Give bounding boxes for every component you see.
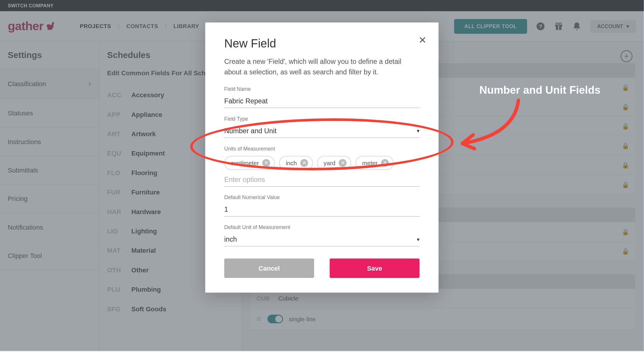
chevron-down-icon: ▾ — [417, 236, 419, 242]
modal-buttons: Cancel Save — [224, 259, 419, 278]
modal-description: Create a new 'Field', which will allow y… — [224, 57, 419, 77]
default-unit-select[interactable]: inch ▾ — [224, 233, 419, 247]
units-chips: centimeter✕ inch✕ yard✕ meter✕ — [224, 156, 419, 170]
field-name-input[interactable] — [224, 95, 419, 108]
remove-chip-icon[interactable]: ✕ — [262, 159, 270, 167]
unit-chip: inch✕ — [279, 156, 313, 170]
field-type-select[interactable]: Number and Unit ▾ — [224, 124, 419, 138]
unit-chip: meter✕ — [356, 156, 394, 170]
field-type-label: Field Type — [224, 116, 419, 122]
remove-chip-icon[interactable]: ✕ — [300, 159, 308, 167]
field-name-label: Field Name — [224, 86, 419, 92]
unit-chip: yard✕ — [317, 156, 351, 170]
modal-title: New Field — [224, 37, 419, 51]
close-icon[interactable]: ✕ — [419, 35, 427, 46]
default-num-input[interactable] — [224, 203, 419, 217]
save-button[interactable]: Save — [330, 259, 419, 278]
default-unit-label: Default Unit of Measurement — [224, 224, 419, 230]
units-input[interactable] — [224, 173, 419, 187]
annotation-label: Number and Unit Fields — [479, 84, 600, 96]
cancel-button[interactable]: Cancel — [224, 259, 314, 278]
units-label: Units of Measurement — [224, 146, 419, 152]
modal-overlay: ✕ New Field Create a new 'Field', which … — [0, 0, 644, 351]
remove-chip-icon[interactable]: ✕ — [381, 159, 389, 167]
new-field-modal: ✕ New Field Create a new 'Field', which … — [205, 23, 439, 293]
unit-chip: centimeter✕ — [224, 156, 275, 170]
default-num-label: Default Numerical Value — [224, 194, 419, 201]
chevron-down-icon: ▾ — [417, 128, 419, 134]
remove-chip-icon[interactable]: ✕ — [339, 159, 347, 167]
annotation-arrow-icon — [454, 96, 523, 152]
